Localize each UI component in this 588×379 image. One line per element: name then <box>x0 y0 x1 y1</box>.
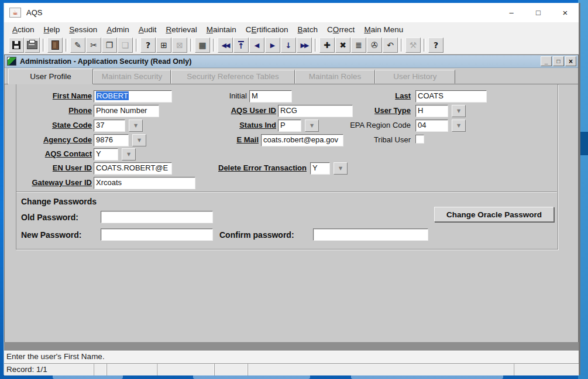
user-type-dropdown-button[interactable]: ▼ <box>452 105 466 117</box>
change-passwords-header: Change Passwords <box>21 197 97 206</box>
tab-security-reference-tables[interactable]: Security Reference Tables <box>171 70 295 84</box>
e-mail-label: E Mail <box>177 135 259 145</box>
tribal-user-checkbox[interactable] <box>415 135 424 144</box>
aqs-contact-dropdown-button[interactable]: ▼ <box>122 148 136 161</box>
print-button[interactable] <box>25 37 40 53</box>
menu-batch[interactable]: Batch <box>293 25 323 34</box>
status-ind-input[interactable]: P <box>278 119 301 132</box>
en-user-id-input[interactable]: COATS.ROBERT@E <box>94 162 172 175</box>
toolbar-separator <box>424 39 426 52</box>
last-name-input[interactable]: COATS <box>415 90 487 103</box>
minimize-icon: – <box>509 8 513 17</box>
lock-record-button[interactable]: ✇ <box>367 37 382 53</box>
cancel-query-button[interactable]: ⊠ <box>172 37 187 53</box>
status-ind-label: Status Ind <box>198 121 276 130</box>
menu-maintain[interactable]: Maintain <box>202 25 241 34</box>
menu-certification[interactable]: CErtification <box>241 25 293 34</box>
copy-button[interactable]: ❐ <box>102 37 117 53</box>
menu-session[interactable]: Session <box>64 25 102 34</box>
utility-button[interactable]: ⚒ <box>405 37 421 53</box>
paste-button[interactable]: ❏ <box>118 37 133 53</box>
aqs-contact-input[interactable]: Y <box>94 148 118 161</box>
epa-region-code-input[interactable]: 04 <box>415 119 448 132</box>
state-code-dropdown-button[interactable]: ▼ <box>129 119 143 132</box>
mdi-maximize-button[interactable]: □ <box>553 56 564 66</box>
menu-correct[interactable]: COrrect <box>322 25 359 34</box>
exit-button[interactable] <box>47 37 63 53</box>
delete-error-transaction-dropdown-button[interactable]: ▼ <box>333 162 348 175</box>
dropdown-arrow-icon: ▼ <box>457 108 460 114</box>
enter-query-button[interactable]: ? <box>140 37 156 53</box>
execute-query-button[interactable]: ⊞ <box>156 37 171 53</box>
new-password-input[interactable] <box>101 228 213 241</box>
tab-maintain-security[interactable]: Maintain Security <box>93 70 171 84</box>
desktop: ☕ AQS – □ × Action Help Session Admin Au… <box>0 0 588 379</box>
status-ind-dropdown-button[interactable]: ▼ <box>305 119 319 132</box>
old-password-label: Old Password: <box>21 213 78 222</box>
delete-record-button[interactable]: ✖ <box>335 37 350 53</box>
delete-error-transaction-input[interactable]: Y <box>310 162 330 175</box>
dropdown-arrow-icon: ▼ <box>457 123 460 128</box>
status-cell <box>94 364 107 375</box>
scroll-up-button[interactable]: ↑ <box>233 37 249 53</box>
copy-icon: ❐ <box>106 41 114 49</box>
message-bar: Enter the user's First Name. <box>4 350 579 363</box>
floppy-icon <box>12 41 20 49</box>
epa-region-code-label: EPA Region Code <box>323 121 411 130</box>
agency-code-input[interactable]: 9876 <box>94 134 129 146</box>
maximize-button[interactable]: □ <box>525 3 552 22</box>
first-record-button[interactable]: ◀◀ <box>218 37 233 53</box>
dropdown-arrow-icon: ▼ <box>137 138 141 143</box>
state-code-input[interactable]: 37 <box>94 119 125 132</box>
user-type-input[interactable]: H <box>415 105 448 117</box>
save-button[interactable] <box>9 37 24 53</box>
section-divider <box>16 192 557 193</box>
rollback-button[interactable]: ↶ <box>383 37 398 53</box>
last-record-button[interactable]: ▶▶ <box>297 37 312 53</box>
scroll-down-button[interactable]: ↓ <box>281 37 296 53</box>
java-icon: ☕ <box>9 8 21 18</box>
first-name-input[interactable]: ROBERT <box>94 90 172 103</box>
change-oracle-password-button[interactable]: Change Oracle Password <box>434 207 554 222</box>
window-caption-buttons: – □ × <box>498 3 579 22</box>
phone-input[interactable]: Phone Number <box>94 105 159 117</box>
agency-code-dropdown-button[interactable]: ▼ <box>132 134 146 146</box>
door-icon <box>51 40 59 50</box>
grid-icon: ▦ <box>198 41 206 49</box>
old-password-input[interactable] <box>101 211 213 223</box>
status-cell <box>215 364 248 375</box>
tab-user-history[interactable]: User History <box>375 70 455 84</box>
e-mail-input[interactable]: coats.robert@epa.gov <box>261 134 343 146</box>
first-name-label: First Name <box>16 91 92 101</box>
window-title: AQS <box>26 8 42 17</box>
menu-action[interactable]: Action <box>8 25 39 34</box>
edit-button[interactable]: ✎ <box>70 37 85 53</box>
gateway-user-id-input[interactable]: Xrcoats <box>94 177 195 189</box>
close-button[interactable]: × <box>552 3 579 22</box>
insert-record-button[interactable]: ✚ <box>319 37 335 53</box>
tab-maintain-roles[interactable]: Maintain Roles <box>295 70 375 84</box>
duplicate-record-button[interactable]: ≣ <box>351 37 366 53</box>
menu-audit[interactable]: Audit <box>134 25 161 34</box>
mdi-minimize-button[interactable]: _ <box>541 56 552 66</box>
confirm-password-input[interactable] <box>313 228 428 241</box>
x-icon: ✖ <box>339 41 346 49</box>
help-button[interactable]: ? <box>428 37 443 53</box>
menu-retrieval[interactable]: Retrieval <box>161 25 201 34</box>
form-icon <box>7 57 16 66</box>
menu-main-menu[interactable]: Main Menu <box>359 25 408 34</box>
toolbar-separator <box>136 39 138 52</box>
cut-button[interactable]: ✂ <box>86 37 101 53</box>
epa-region-code-dropdown-button[interactable]: ▼ <box>452 119 466 132</box>
menu-admin[interactable]: Admin <box>102 25 133 34</box>
initial-input[interactable]: M <box>249 90 292 103</box>
toolbar-separator <box>315 39 317 52</box>
menu-help[interactable]: Help <box>39 25 65 34</box>
display-list-button[interactable]: ▦ <box>195 37 210 53</box>
minimize-button[interactable]: – <box>498 3 525 22</box>
next-record-button[interactable]: ▶ <box>265 37 280 53</box>
previous-record-button[interactable]: ◀ <box>249 37 264 53</box>
mdi-close-button[interactable]: × <box>565 56 576 66</box>
tab-user-profile[interactable]: User Profile <box>8 69 93 84</box>
toolbar-separator <box>401 39 403 52</box>
